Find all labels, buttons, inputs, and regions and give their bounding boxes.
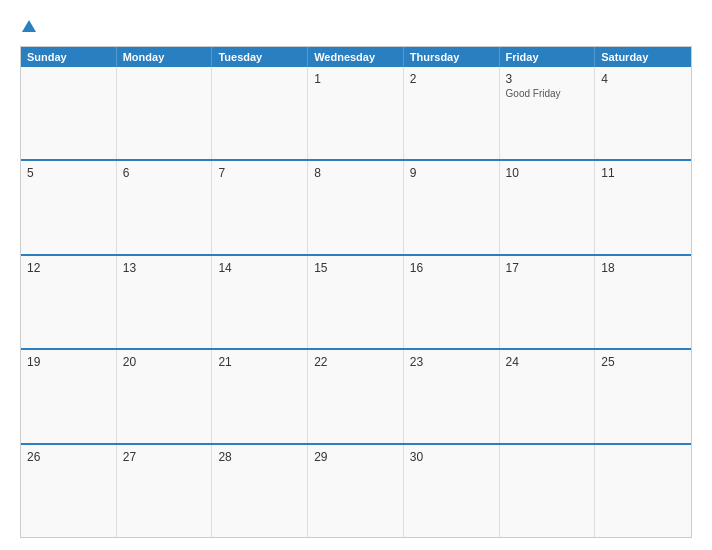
day-number: 24 bbox=[506, 355, 589, 369]
calendar-week-5: 2627282930 bbox=[21, 443, 691, 537]
day-number: 19 bbox=[27, 355, 110, 369]
day-number: 25 bbox=[601, 355, 685, 369]
calendar-body: 123Good Friday45678910111213141516171819… bbox=[21, 67, 691, 537]
day-number: 11 bbox=[601, 166, 685, 180]
day-number: 6 bbox=[123, 166, 206, 180]
calendar-cell: 27 bbox=[117, 445, 213, 537]
calendar-cell: 12 bbox=[21, 256, 117, 348]
calendar-cell: 29 bbox=[308, 445, 404, 537]
calendar-cell: 13 bbox=[117, 256, 213, 348]
calendar-header-wednesday: Wednesday bbox=[308, 47, 404, 67]
calendar-cell: 9 bbox=[404, 161, 500, 253]
day-number: 21 bbox=[218, 355, 301, 369]
calendar-cell: 3Good Friday bbox=[500, 67, 596, 159]
day-number: 5 bbox=[27, 166, 110, 180]
calendar-cell bbox=[595, 445, 691, 537]
calendar-header-row: SundayMondayTuesdayWednesdayThursdayFrid… bbox=[21, 47, 691, 67]
calendar-cell: 15 bbox=[308, 256, 404, 348]
calendar-header-friday: Friday bbox=[500, 47, 596, 67]
calendar-week-4: 19202122232425 bbox=[21, 348, 691, 442]
calendar-cell: 21 bbox=[212, 350, 308, 442]
calendar-cell: 30 bbox=[404, 445, 500, 537]
calendar-header-thursday: Thursday bbox=[404, 47, 500, 67]
day-number: 29 bbox=[314, 450, 397, 464]
day-number: 10 bbox=[506, 166, 589, 180]
calendar: SundayMondayTuesdayWednesdayThursdayFrid… bbox=[20, 46, 692, 538]
calendar-cell: 11 bbox=[595, 161, 691, 253]
calendar-week-2: 567891011 bbox=[21, 159, 691, 253]
day-number: 14 bbox=[218, 261, 301, 275]
calendar-week-1: 123Good Friday4 bbox=[21, 67, 691, 159]
calendar-cell: 26 bbox=[21, 445, 117, 537]
calendar-cell: 8 bbox=[308, 161, 404, 253]
logo-triangle-icon bbox=[22, 20, 36, 32]
day-number: 7 bbox=[218, 166, 301, 180]
day-number: 13 bbox=[123, 261, 206, 275]
header bbox=[20, 18, 692, 36]
day-number: 30 bbox=[410, 450, 493, 464]
page: SundayMondayTuesdayWednesdayThursdayFrid… bbox=[0, 0, 712, 550]
calendar-cell: 4 bbox=[595, 67, 691, 159]
calendar-cell: 19 bbox=[21, 350, 117, 442]
svg-marker-0 bbox=[22, 20, 36, 32]
day-number: 17 bbox=[506, 261, 589, 275]
calendar-header-tuesday: Tuesday bbox=[212, 47, 308, 67]
calendar-cell: 10 bbox=[500, 161, 596, 253]
day-number: 22 bbox=[314, 355, 397, 369]
day-number: 28 bbox=[218, 450, 301, 464]
day-number: 26 bbox=[27, 450, 110, 464]
day-number: 3 bbox=[506, 72, 589, 86]
calendar-cell: 28 bbox=[212, 445, 308, 537]
day-number: 18 bbox=[601, 261, 685, 275]
calendar-header-monday: Monday bbox=[117, 47, 213, 67]
calendar-cell: 5 bbox=[21, 161, 117, 253]
calendar-cell: 6 bbox=[117, 161, 213, 253]
calendar-header-sunday: Sunday bbox=[21, 47, 117, 67]
calendar-cell: 22 bbox=[308, 350, 404, 442]
day-number: 20 bbox=[123, 355, 206, 369]
day-number: 23 bbox=[410, 355, 493, 369]
calendar-cell: 14 bbox=[212, 256, 308, 348]
calendar-cell: 16 bbox=[404, 256, 500, 348]
calendar-header-saturday: Saturday bbox=[595, 47, 691, 67]
calendar-cell: 23 bbox=[404, 350, 500, 442]
calendar-cell bbox=[117, 67, 213, 159]
calendar-cell: 1 bbox=[308, 67, 404, 159]
calendar-cell: 25 bbox=[595, 350, 691, 442]
day-number: 9 bbox=[410, 166, 493, 180]
day-number: 4 bbox=[601, 72, 685, 86]
calendar-cell bbox=[21, 67, 117, 159]
calendar-cell bbox=[500, 445, 596, 537]
holiday-label: Good Friday bbox=[506, 88, 589, 99]
calendar-week-3: 12131415161718 bbox=[21, 254, 691, 348]
calendar-cell: 7 bbox=[212, 161, 308, 253]
logo bbox=[20, 18, 36, 36]
day-number: 16 bbox=[410, 261, 493, 275]
calendar-cell: 2 bbox=[404, 67, 500, 159]
calendar-cell bbox=[212, 67, 308, 159]
day-number: 12 bbox=[27, 261, 110, 275]
calendar-cell: 18 bbox=[595, 256, 691, 348]
day-number: 2 bbox=[410, 72, 493, 86]
day-number: 15 bbox=[314, 261, 397, 275]
day-number: 27 bbox=[123, 450, 206, 464]
calendar-cell: 17 bbox=[500, 256, 596, 348]
calendar-cell: 24 bbox=[500, 350, 596, 442]
day-number: 8 bbox=[314, 166, 397, 180]
calendar-cell: 20 bbox=[117, 350, 213, 442]
day-number: 1 bbox=[314, 72, 397, 86]
